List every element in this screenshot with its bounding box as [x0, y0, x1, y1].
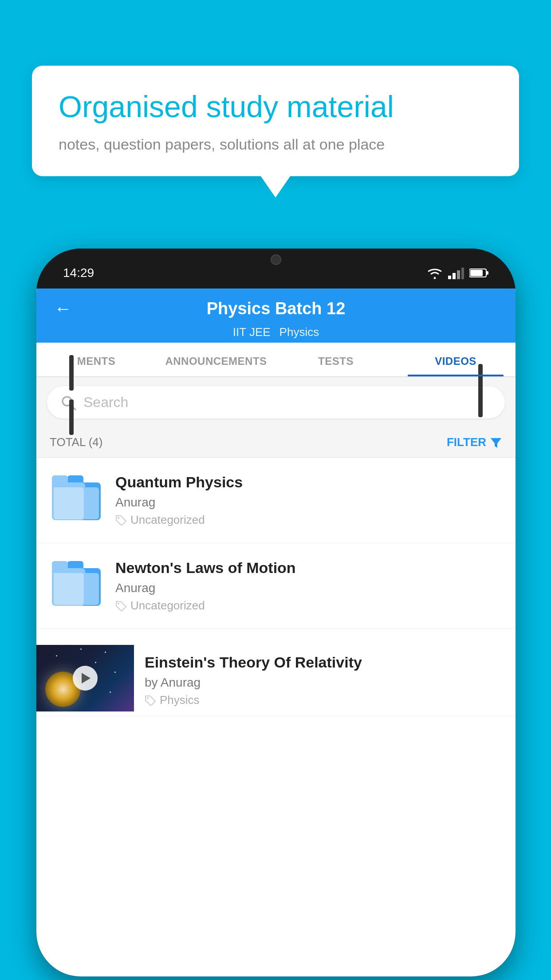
search-container: Search	[36, 377, 516, 427]
video-info-3: Einstein's Theory Of Relativity by Anura…	[134, 645, 516, 716]
svg-point-10	[118, 517, 119, 519]
folder-icon-1	[52, 480, 101, 520]
video-list: Quantum Physics Anurag Uncategorized	[36, 458, 516, 716]
camera	[271, 254, 281, 265]
filter-button[interactable]: FILTER	[447, 435, 502, 449]
tag-icon	[115, 515, 127, 526]
video-thumbnail-3	[36, 645, 134, 711]
video-title-1: Quantum Physics	[115, 474, 502, 491]
header-subtitle: IIT JEE Physics	[54, 325, 498, 343]
list-item[interactable]: Quantum Physics Anurag Uncategorized	[36, 458, 516, 543]
tab-announcements[interactable]: ANNOUNCEMENTS	[156, 343, 276, 376]
video-title-3: Einstein's Theory Of Relativity	[145, 654, 505, 671]
svg-rect-5	[486, 271, 488, 275]
svg-rect-1	[453, 273, 456, 279]
status-time: 14:29	[63, 266, 94, 280]
header-title: Physics Batch 12	[207, 299, 346, 318]
filter-bar: TOTAL (4) FILTER	[36, 427, 516, 458]
phone-screen: ← Physics Batch 12 IIT JEE Physics MENTS…	[36, 288, 516, 976]
video-thumb-2	[50, 559, 103, 612]
notch	[236, 249, 316, 271]
svg-point-11	[118, 603, 119, 605]
bubble-title: Organised study material	[59, 89, 492, 125]
back-button[interactable]: ←	[54, 299, 72, 319]
speech-bubble: Organised study material notes, question…	[32, 66, 519, 176]
volume-down-button[interactable]	[69, 399, 74, 435]
app-header: ← Physics Batch 12 IIT JEE Physics	[36, 288, 516, 343]
subtitle-left: IIT JEE	[233, 325, 271, 339]
search-bar[interactable]: Search	[47, 386, 505, 419]
header-top: ← Physics Batch 12	[54, 299, 498, 325]
video-author-1: Anurag	[115, 495, 502, 510]
status-icons	[427, 267, 489, 279]
filter-icon	[490, 436, 502, 449]
tag-icon	[115, 601, 127, 611]
video-author-2: Anurag	[115, 581, 502, 595]
list-item[interactable]: Newton's Laws of Motion Anurag Uncategor…	[36, 543, 516, 629]
signal-icon	[448, 267, 464, 279]
video-title-2: Newton's Laws of Motion	[115, 559, 502, 577]
svg-rect-3	[461, 268, 464, 279]
video-thumb-1	[50, 474, 103, 527]
folder-icon-2	[52, 566, 101, 606]
tab-ments[interactable]: MENTS	[36, 343, 156, 376]
video-tag-1: Uncategorized	[115, 513, 502, 527]
video-info-1: Quantum Physics Anurag Uncategorized	[115, 474, 502, 527]
list-item[interactable]: Einstein's Theory Of Relativity by Anura…	[36, 629, 516, 716]
tab-videos[interactable]: VIDEOS	[396, 343, 516, 376]
total-count: TOTAL (4)	[50, 435, 102, 449]
video-author-3: by Anurag	[145, 676, 505, 690]
video-tag-3: Physics	[145, 693, 505, 707]
svg-point-12	[147, 697, 149, 699]
search-placeholder: Search	[83, 394, 128, 411]
search-icon	[60, 395, 76, 411]
svg-rect-2	[457, 270, 460, 279]
video-tag-2: Uncategorized	[115, 599, 502, 612]
tag-icon	[145, 695, 156, 706]
play-triangle-icon	[82, 673, 91, 684]
svg-rect-6	[470, 270, 483, 276]
status-bar: 14:29	[36, 249, 516, 288]
tab-bar: MENTS ANNOUNCEMENTS TESTS VIDEOS	[36, 343, 516, 377]
play-button[interactable]	[73, 666, 98, 691]
phone-frame: 14:29	[36, 249, 516, 976]
subtitle-right: Physics	[279, 325, 319, 339]
battery-icon	[469, 268, 489, 278]
svg-marker-9	[491, 438, 501, 448]
tab-tests[interactable]: TESTS	[276, 343, 396, 376]
wifi-icon	[427, 267, 443, 279]
bubble-subtitle: notes, question papers, solutions all at…	[59, 136, 492, 153]
video-info-2: Newton's Laws of Motion Anurag Uncategor…	[115, 559, 502, 612]
svg-rect-0	[448, 276, 451, 279]
